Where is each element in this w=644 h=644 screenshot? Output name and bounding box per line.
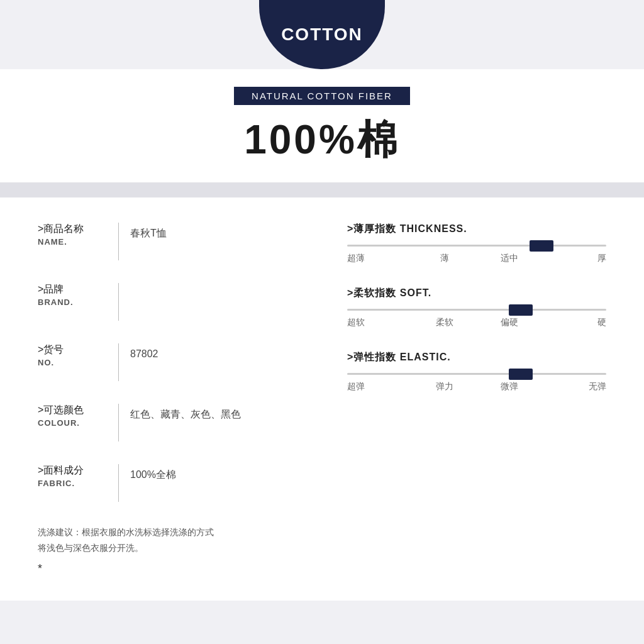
info-row-brand: >品牌 BRAND. <box>38 283 297 321</box>
label-en-no: NO. <box>38 358 107 367</box>
gray-divider <box>0 182 644 197</box>
banner-section: NATURAL COTTON FIBER 100%棉 <box>0 69 644 182</box>
label-no: >货号 NO. <box>38 343 107 367</box>
tick-thickness-0: 超薄 <box>347 253 412 264</box>
value-no: 87802 <box>130 343 158 362</box>
slider-soft-track-wrap <box>347 309 606 311</box>
slider-soft: >柔软指数 SOFT. 超软 柔软 偏硬 硬 <box>347 287 606 328</box>
label-en-brand: BRAND. <box>38 297 107 307</box>
slider-soft-thumb <box>509 304 533 316</box>
slider-elastic-thumb <box>509 369 533 380</box>
label-cn-fabric: >面料成分 <box>38 464 107 477</box>
left-panel: >商品名称 NAME. 春秋T恤 >品牌 BRAND. >货号 NO. 8780… <box>38 223 322 575</box>
wash-advice: 洗涤建议：根据衣服的水洗标选择洗涤的方式将浅色与深色衣服分开洗。 <box>38 525 297 556</box>
tick-soft-2: 偏硬 <box>477 317 541 328</box>
slider-thickness-thumb <box>530 240 553 252</box>
divider-fabric <box>118 464 119 502</box>
info-row-fabric: >面料成分 FABRIC. 100%全棉 <box>38 464 297 502</box>
label-name: >商品名称 NAME. <box>38 223 107 247</box>
slider-elastic-track-wrap <box>347 373 606 375</box>
tick-soft-0: 超软 <box>347 317 412 328</box>
divider-name <box>118 223 119 260</box>
slider-thickness: >薄厚指数 THICKNESS. 超薄 薄 适中 厚 <box>347 223 606 264</box>
label-en-fabric: FABRIC. <box>38 479 107 488</box>
tick-elastic-0: 超弹 <box>347 381 412 392</box>
tick-soft-3: 硬 <box>541 317 606 328</box>
slider-elastic: >弹性指数 ELASTIC. 超弹 弹力 微弹 无弹 <box>347 351 606 392</box>
tick-thickness-2: 适中 <box>477 253 541 264</box>
divider-brand <box>118 283 119 321</box>
label-tag: NATURAL COTTON FIBER <box>234 87 410 105</box>
slider-elastic-label: >弹性指数 ELASTIC. <box>347 351 606 364</box>
circle-badge-text: COTTON <box>281 25 363 45</box>
slider-thickness-track <box>347 245 606 247</box>
slider-soft-label: >柔软指数 SOFT. <box>347 287 606 300</box>
slider-elastic-track <box>347 373 606 375</box>
label-cn-name: >商品名称 <box>38 223 107 236</box>
value-colour: 红色、藏青、灰色、黑色 <box>130 404 241 423</box>
label-cn-brand: >品牌 <box>38 283 107 296</box>
slider-thickness-track-wrap <box>347 245 606 247</box>
info-row-colour: >可选颜色 COLOUR. 红色、藏青、灰色、黑色 <box>38 404 297 441</box>
label-cn-no: >货号 <box>38 343 107 357</box>
tick-thickness-3: 厚 <box>541 253 606 264</box>
big-cotton-text: 100%棉 <box>244 113 400 167</box>
tick-soft-1: 柔软 <box>412 317 477 328</box>
slider-soft-labels: 超软 柔软 偏硬 硬 <box>347 317 606 328</box>
label-fabric: >面料成分 FABRIC. <box>38 464 107 488</box>
divider-no <box>118 343 119 381</box>
tick-elastic-1: 弹力 <box>412 381 477 392</box>
info-row-no: >货号 NO. 87802 <box>38 343 297 381</box>
slider-elastic-labels: 超弹 弹力 微弹 无弹 <box>347 381 606 392</box>
label-colour: >可选颜色 COLOUR. <box>38 404 107 428</box>
main-section: >商品名称 NAME. 春秋T恤 >品牌 BRAND. >货号 NO. 8780… <box>0 197 644 601</box>
label-cn-colour: >可选颜色 <box>38 404 107 417</box>
label-brand: >品牌 BRAND. <box>38 283 107 307</box>
circle-badge: COTTON <box>259 0 385 69</box>
value-name: 春秋T恤 <box>130 223 167 242</box>
label-en-name: NAME. <box>38 237 107 247</box>
slider-thickness-label: >薄厚指数 THICKNESS. <box>347 223 606 236</box>
asterisk: * <box>38 562 297 575</box>
tick-thickness-1: 薄 <box>412 253 477 264</box>
slider-thickness-labels: 超薄 薄 适中 厚 <box>347 253 606 264</box>
label-en-colour: COLOUR. <box>38 418 107 428</box>
divider-colour <box>118 404 119 441</box>
right-panel: >薄厚指数 THICKNESS. 超薄 薄 适中 厚 >柔软指数 SOFT. <box>322 223 606 575</box>
top-section: COTTON <box>0 0 644 69</box>
tick-elastic-2: 微弹 <box>477 381 541 392</box>
value-fabric: 100%全棉 <box>130 464 176 483</box>
slider-soft-track <box>347 309 606 311</box>
tick-elastic-3: 无弹 <box>541 381 606 392</box>
info-row-name: >商品名称 NAME. 春秋T恤 <box>38 223 297 260</box>
